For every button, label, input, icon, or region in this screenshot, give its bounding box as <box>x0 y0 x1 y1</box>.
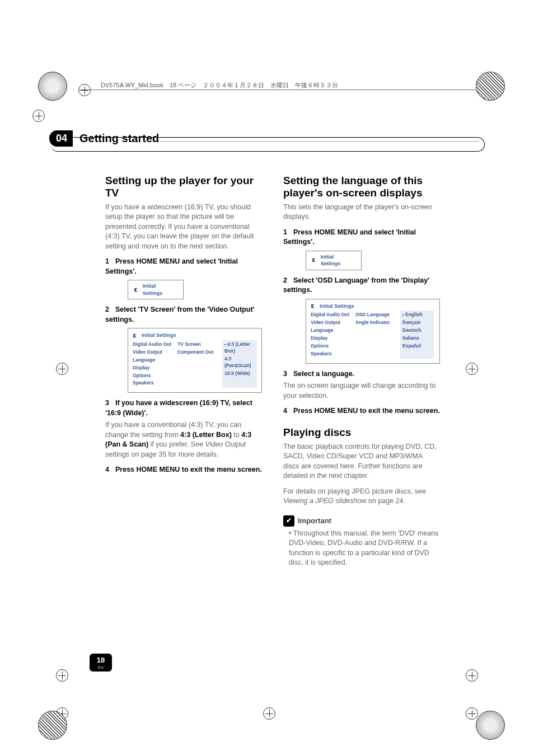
page-number-badge: 18 En <box>90 654 112 672</box>
menu-item: Angle Indicator <box>355 320 396 326</box>
menu-item: Options <box>133 373 173 379</box>
step-4: 4Press HOME MENU to exit the menu screen… <box>283 406 440 416</box>
step-text: Press HOME MENU and select 'Initial Sett… <box>283 228 416 246</box>
menu-item: Digital Audio Out <box>311 312 351 318</box>
step-3: 3If you have a widescreen (16:9) TV, sel… <box>105 398 262 418</box>
left-column: Setting up the player for your TV If you… <box>105 175 262 568</box>
screenshot-label: Initial Settings <box>321 253 354 267</box>
header-rule <box>78 90 489 90</box>
crosshair-icon <box>78 84 91 96</box>
body-text: The basic playback controls for playing … <box>283 442 440 481</box>
crosshair-icon <box>56 363 68 375</box>
step-text: Select 'OSD Language' from the 'Display'… <box>283 276 429 294</box>
step-1: 1Press HOME MENU and select 'Initial Set… <box>283 228 440 247</box>
ui-screenshot-osd-language: Initial Settings Digital Audio Out Video… <box>306 299 440 364</box>
menu-item: Video Output <box>311 320 351 326</box>
screenshot-title: Initial Settings <box>142 332 176 339</box>
menu-item: Options <box>311 343 351 350</box>
step-2: 2Select 'OSD Language' from the 'Display… <box>283 276 440 295</box>
body-text: The on-screen language will change accor… <box>283 381 440 401</box>
body-text: If you have a conventional (4:3) TV, you… <box>105 420 262 459</box>
chapter-number: 04 <box>49 130 73 147</box>
crosshair-icon <box>56 669 68 682</box>
right-column: Setting the language of this player's on… <box>283 175 440 568</box>
print-registration-mark <box>38 72 67 101</box>
section-heading: Setting up the player for your TV <box>105 175 262 199</box>
menu-item: English <box>402 312 432 318</box>
screenshot-label: Initial Settings <box>143 283 176 297</box>
step-text: Select a language. <box>293 370 354 378</box>
body-text: For details on playing JPEG picture disc… <box>283 487 440 506</box>
menu-icon <box>133 334 138 337</box>
important-label: Important <box>298 516 331 526</box>
step-text: Press HOME MENU to exit the menu screen. <box>293 407 440 415</box>
page-lang: En <box>98 665 104 670</box>
crosshair-icon <box>263 707 275 720</box>
important-callout: ✔ Important <box>283 515 440 527</box>
menu-item: Video Output <box>133 349 173 356</box>
ui-screenshot-initial-settings: Initial Settings <box>128 280 184 299</box>
running-head: DV575A WY_Mid.book 18 ページ ２００４年１月２８日 水曜日… <box>101 81 338 90</box>
menu-item: Display <box>311 335 351 342</box>
menu-item: Digital Audio Out <box>133 341 173 348</box>
step-4: 4Press HOME MENU to exit the menu screen… <box>105 465 262 475</box>
print-registration-mark <box>476 72 505 101</box>
list-item: Throughout this manual, the term 'DVD' m… <box>289 529 440 568</box>
crosshair-icon <box>466 707 478 720</box>
menu-item: Speakers <box>133 380 173 387</box>
menu-item: Display <box>133 365 173 372</box>
menu-item: 16:9 (Wide) <box>224 370 255 377</box>
crosshair-icon <box>32 110 45 122</box>
chapter-title: Getting started <box>74 130 167 147</box>
important-icon: ✔ <box>283 515 294 527</box>
step-2: 2Select 'TV Screen' from the 'Video Outp… <box>105 305 262 325</box>
menu-icon <box>311 304 316 308</box>
step-text: Press HOME MENU to exit the menu screen. <box>115 466 262 473</box>
menu-icon <box>134 288 139 292</box>
step-text: Press HOME MENU and select 'Initial Sett… <box>105 257 238 275</box>
section-heading: Playing discs <box>283 426 440 439</box>
step-3: 3Select a language. <box>283 369 440 379</box>
page-number: 18 <box>97 656 105 664</box>
menu-item: TV Screen <box>177 341 218 348</box>
menu-item: Español <box>402 343 432 350</box>
menu-item: Italiano <box>402 335 432 342</box>
menu-item: Component Out <box>177 349 218 356</box>
step-text: If you have a widescreen (16:9) TV, sele… <box>105 399 252 417</box>
step-text: Select 'TV Screen' from the 'Video Outpu… <box>105 306 255 323</box>
menu-item: français <box>402 320 432 326</box>
menu-item: 4:3 (Letter Box) <box>224 341 255 355</box>
body-text: This sets the language of the player's o… <box>283 203 440 222</box>
body-text: If you have a widescreen (16:9) TV, you … <box>105 203 262 252</box>
menu-item: Deutsch <box>402 327 432 334</box>
chapter-tab: 04 Getting started <box>49 130 167 147</box>
print-registration-mark <box>38 711 67 740</box>
ui-screenshot-tv-screen: Initial Settings Digital Audio Out Video… <box>128 328 262 393</box>
menu-item: 4:3 (Pan&Scan) <box>224 356 255 369</box>
menu-item: Speakers <box>311 351 351 358</box>
section-heading: Setting the language of this player's on… <box>283 175 440 199</box>
menu-item: Language <box>311 327 351 334</box>
print-registration-mark <box>476 711 505 740</box>
menu-item: OSD Language <box>355 312 396 318</box>
menu-item: Language <box>133 357 173 364</box>
step-1: 1Press HOME MENU and select 'Initial Set… <box>105 257 262 276</box>
menu-icon <box>312 259 317 262</box>
ui-screenshot-initial-settings: Initial Settings <box>306 251 362 270</box>
crosshair-icon <box>466 363 478 375</box>
screenshot-title: Initial Settings <box>320 303 354 310</box>
crosshair-icon <box>466 669 478 682</box>
